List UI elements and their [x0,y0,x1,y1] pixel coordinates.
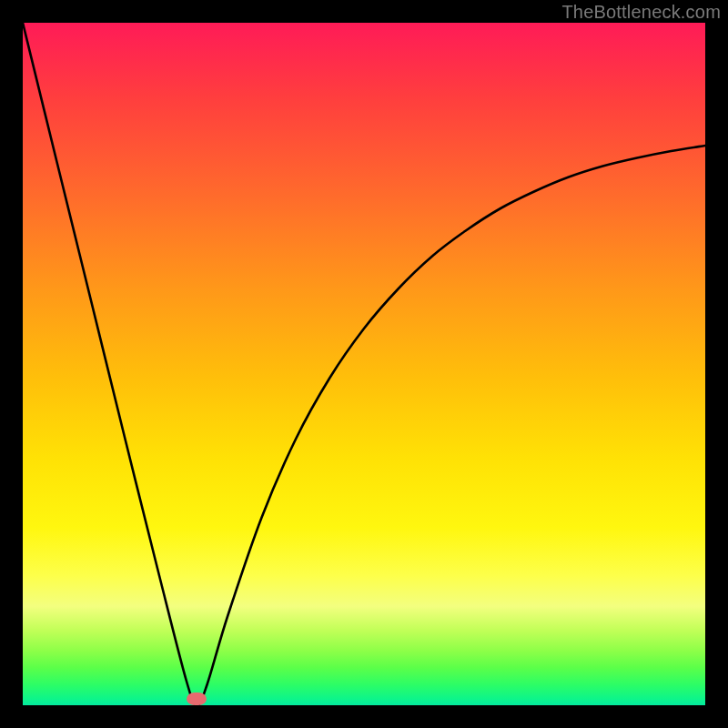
minimum-marker [187,693,207,705]
bottleneck-curve [23,23,705,705]
curve-path [23,23,705,705]
watermark-text: TheBottleneck.com [561,2,721,23]
plot-area [23,23,705,705]
chart-frame: TheBottleneck.com [0,0,728,728]
